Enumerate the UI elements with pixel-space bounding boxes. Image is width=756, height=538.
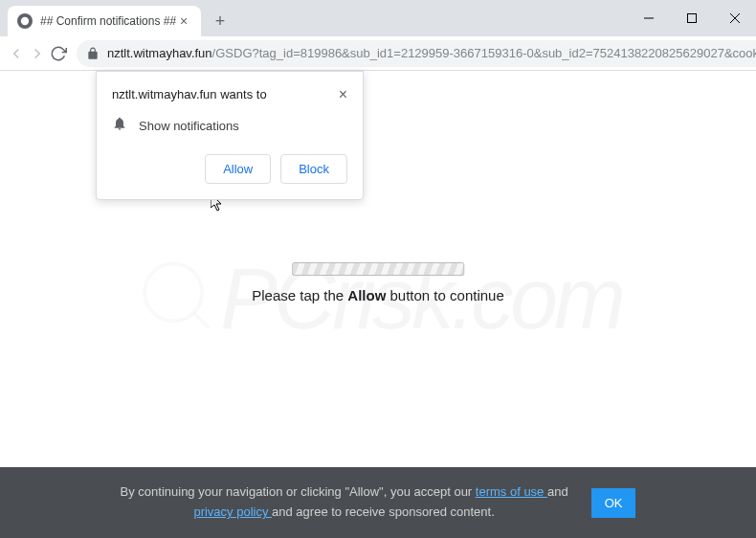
svg-rect-2 xyxy=(687,14,696,23)
terms-link[interactable]: terms of use xyxy=(476,484,547,499)
svg-point-0 xyxy=(21,17,29,25)
forward-button[interactable] xyxy=(29,40,46,67)
instruction-text: Please tap the Allow button to continue xyxy=(252,287,504,303)
new-tab-button[interactable]: + xyxy=(207,8,233,34)
cookie-text: By continuing your navigation or clickin… xyxy=(121,482,568,523)
block-button[interactable]: Block xyxy=(280,154,347,184)
url-text: nztlt.witmayhav.fun/GSDG?tag_id=819986&s… xyxy=(107,46,756,60)
prompt-site-text: nztlt.witmayhav.fun wants to xyxy=(112,87,267,101)
titlebar: ## Confirm notifications ## × + xyxy=(0,0,756,36)
privacy-link[interactable]: privacy policy xyxy=(193,504,272,519)
allow-button[interactable]: Allow xyxy=(205,154,271,184)
maximize-button[interactable] xyxy=(670,0,713,36)
permission-prompt: nztlt.witmayhav.fun wants to × Show noti… xyxy=(96,71,364,200)
svg-point-10 xyxy=(145,263,202,321)
tab-title: ## Confirm notifications ## xyxy=(40,14,176,28)
back-button[interactable] xyxy=(8,40,25,67)
toolbar: nztlt.witmayhav.fun/GSDG?tag_id=819986&s… xyxy=(0,36,756,71)
prompt-close-icon[interactable]: × xyxy=(339,87,347,102)
lock-icon xyxy=(86,47,100,60)
minimize-button[interactable] xyxy=(627,0,670,36)
bell-icon xyxy=(112,116,127,135)
cookie-consent-bar: By continuing your navigation or clickin… xyxy=(0,467,756,538)
cookie-ok-button[interactable]: OK xyxy=(591,488,636,518)
reload-button[interactable] xyxy=(50,40,67,67)
permission-label: Show notifications xyxy=(139,119,239,133)
tab-close-icon[interactable]: × xyxy=(176,13,191,29)
browser-tab[interactable]: ## Confirm notifications ## × xyxy=(8,6,201,36)
window-controls xyxy=(627,0,756,36)
close-window-button[interactable] xyxy=(713,0,756,36)
page-content: PCrisk.com nztlt.witmayhav.fun wants to … xyxy=(0,71,756,538)
tab-favicon xyxy=(17,13,33,29)
page-instruction: Please tap the Allow button to continue xyxy=(252,262,504,303)
address-bar[interactable]: nztlt.witmayhav.fun/GSDG?tag_id=819986&s… xyxy=(77,40,756,67)
progress-bar xyxy=(292,262,464,276)
svg-line-11 xyxy=(193,312,209,327)
